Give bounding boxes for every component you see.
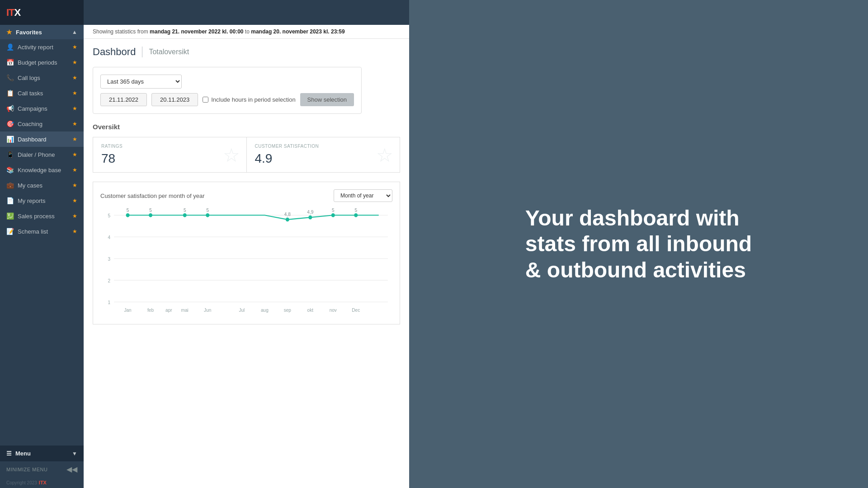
nav-star-my-cases: ★: [72, 182, 77, 188]
include-hours-checkbox[interactable]: [203, 97, 208, 103]
svg-point-22: [331, 213, 335, 217]
favorites-label: Favorites: [16, 29, 42, 36]
svg-text:Jun: Jun: [204, 307, 211, 313]
svg-text:feb: feb: [147, 307, 154, 313]
sidebar-item-sales-process[interactable]: 💹 Sales process ★: [0, 208, 84, 224]
sidebar-item-dialer-phone[interactable]: 📱 Dialer / Phone ★: [0, 147, 84, 162]
svg-text:3: 3: [108, 256, 111, 261]
nav-star-coaching: ★: [72, 121, 77, 127]
sidebar-item-call-logs[interactable]: 📞 Call logs ★: [0, 70, 84, 85]
sidebar-item-dashboard[interactable]: 📊 Dashboard ★: [0, 131, 84, 147]
sidebar: ITX ★ Favorites ▲ 👤 Activity report ★ 📅 …: [0, 0, 84, 488]
svg-point-12: [149, 213, 152, 217]
nav-label-call-logs: Call logs: [18, 75, 40, 81]
date-to: mandag 20. november 2023 kl. 23:59: [251, 28, 344, 35]
sidebar-item-call-tasks[interactable]: 📋 Call tasks ★: [0, 85, 84, 101]
minimize-menu-bar[interactable]: MINIMIZE MENU ◀◀: [0, 461, 84, 477]
sidebar-header: ITX: [0, 0, 84, 25]
nav-icon-coaching: 🎯: [6, 120, 14, 127]
satisfaction-value: 4.9: [255, 151, 392, 166]
svg-text:4,9: 4,9: [307, 209, 313, 215]
promo-line1: Your dashboard with: [525, 206, 740, 230]
chevron-up-icon: ▲: [72, 29, 77, 35]
sidebar-item-my-reports[interactable]: 📄 My reports ★: [0, 193, 84, 208]
svg-text:5: 5: [149, 208, 152, 213]
svg-point-14: [183, 213, 187, 217]
svg-text:5: 5: [206, 208, 209, 213]
nav-label-schema-list: Schema list: [18, 228, 48, 235]
include-hours-text: Include hours in period selection: [211, 96, 295, 103]
nav-label-dashboard: Dashboard: [18, 136, 47, 143]
nav-icon-call-logs: 📞: [6, 74, 14, 81]
nav-label-activity-report: Activity report: [18, 44, 53, 51]
nav-icon-my-cases: 💼: [6, 182, 14, 189]
page-title-row: Dashbord Totaloversikt: [93, 46, 400, 58]
nav-label-sales-process: Sales process: [18, 213, 55, 220]
svg-text:mai: mai: [181, 307, 189, 313]
show-selection-button[interactable]: Show selection: [300, 93, 354, 106]
chart-title: Customer satisfaction per month of year: [100, 192, 205, 199]
ratings-card: RATINGS 78 ☆: [93, 137, 246, 173]
nav-icon-knowledge-base: 📚: [6, 166, 14, 174]
include-hours-label[interactable]: Include hours in period selection: [203, 96, 295, 103]
nav-icon-my-reports: 📄: [6, 197, 14, 204]
sidebar-item-knowledge-base[interactable]: 📚 Knowledge base ★: [0, 162, 84, 178]
minimize-label: MINIMIZE MENU: [6, 467, 47, 472]
svg-point-20: [308, 216, 312, 220]
satisfaction-card: CUSTOMER SATISFACTION 4.9 ☆: [246, 137, 401, 173]
app-logo: ITX: [6, 7, 20, 19]
satisfaction-label: CUSTOMER SATISFACTION: [255, 144, 392, 149]
nav-star-knowledge-base: ★: [72, 167, 77, 173]
svg-text:5: 5: [127, 208, 129, 213]
svg-text:5: 5: [108, 212, 111, 218]
title-divider: [142, 47, 142, 57]
nav-icon-activity-report: 👤: [6, 43, 14, 51]
filter-row1: Last 365 days Last 30 days Last 7 days T…: [100, 75, 354, 89]
oversikt-section-title: Oversikt: [93, 123, 400, 131]
svg-text:5: 5: [184, 208, 186, 213]
favorites-header[interactable]: ★ Favorites ▲: [0, 25, 84, 39]
copyright: Copyright 2023 ITX: [0, 477, 84, 488]
sidebar-item-coaching[interactable]: 🎯 Coaching ★: [0, 116, 84, 131]
menu-icon: ☰: [6, 450, 12, 457]
date-from-button[interactable]: 21.11.2022: [100, 93, 147, 106]
nav-star-call-logs: ★: [72, 75, 77, 81]
nav-star-budget-periods: ★: [72, 59, 77, 66]
chart-period-select[interactable]: Month of year Week of year Day of month: [334, 189, 392, 202]
page-title: Dashbord: [93, 46, 136, 58]
nav-label-campaigns: Campaigns: [18, 105, 47, 112]
promo-line2: stats from all inbound: [525, 232, 752, 256]
svg-text:5: 5: [354, 208, 357, 213]
sidebar-item-schema-list[interactable]: 📝 Schema list ★: [0, 224, 84, 239]
date-to-button[interactable]: 20.11.2023: [151, 93, 198, 106]
svg-point-24: [354, 213, 358, 217]
sidebar-item-my-cases[interactable]: 💼 My cases ★: [0, 178, 84, 193]
svg-text:nov: nov: [330, 307, 337, 313]
nav-icon-budget-periods: 📅: [6, 59, 14, 66]
minimize-icon: ◀◀: [66, 465, 77, 474]
chart-header: Customer satisfaction per month of year …: [100, 189, 392, 202]
filter-box: Last 365 days Last 30 days Last 7 days T…: [93, 67, 362, 114]
sidebar-item-budget-periods[interactable]: 📅 Budget periods ★: [0, 55, 84, 70]
svg-text:2: 2: [108, 277, 111, 283]
sidebar-item-activity-report[interactable]: 👤 Activity report ★: [0, 39, 84, 55]
svg-text:4,8: 4,8: [284, 211, 291, 217]
promo-line3: & outbound activities: [525, 258, 746, 282]
ratings-value: 78: [101, 151, 238, 166]
sidebar-item-campaigns[interactable]: 📢 Campaigns ★: [0, 101, 84, 116]
nav-star-campaigns: ★: [72, 105, 77, 112]
nav-icon-campaigns: 📢: [6, 105, 14, 112]
to-label: to: [245, 28, 250, 35]
nav-star-dashboard: ★: [72, 136, 77, 142]
menu-footer[interactable]: ☰ Menu ▼: [0, 446, 84, 461]
nav-icon-dashboard: 📊: [6, 136, 14, 143]
stats-cards: RATINGS 78 ☆ CUSTOMER SATISFACTION 4.9 ☆: [93, 137, 400, 173]
nav-label-knowledge-base: Knowledge base: [18, 167, 61, 174]
nav-star-sales-process: ★: [72, 213, 77, 219]
menu-label: Menu: [15, 450, 31, 457]
page-subtitle: Totaloversikt: [149, 48, 189, 56]
period-select[interactable]: Last 365 days Last 30 days Last 7 days T…: [100, 75, 182, 89]
nav-icon-schema-list: 📝: [6, 228, 14, 235]
satisfaction-star-bg: ☆: [376, 144, 393, 166]
date-from: mandag 21. november 2022 kl. 00:00: [150, 28, 243, 35]
